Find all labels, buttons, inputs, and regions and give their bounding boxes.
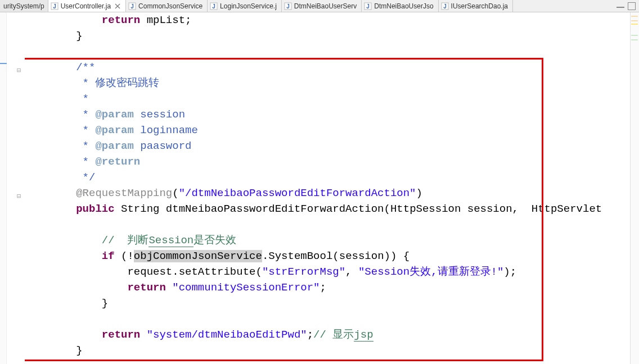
java-file-icon: J — [441, 2, 449, 10]
code-editor[interactable]: return mpList; } /** * 修改密码跳转 * * @param… — [25, 12, 639, 364]
tab-label: CommonJsonService — [138, 2, 202, 10]
minimize-view-icon[interactable] — [616, 4, 624, 8]
tab-usercontroller[interactable]: J UserController.ja — [48, 0, 126, 12]
fold-toggle-icon[interactable]: ⊟ — [17, 63, 21, 79]
breadcrumb-fragment[interactable]: uritySystem/p — [0, 0, 48, 12]
tab-iusersearchdao[interactable]: J IUserSearchDao.ja — [439, 0, 513, 12]
tab-label: UserController.ja — [61, 2, 111, 10]
svg-text:J: J — [366, 3, 370, 10]
tab-dtmneibaouserjso[interactable]: J DtmNeiBaoUserJso — [362, 0, 438, 12]
close-icon[interactable] — [114, 3, 121, 10]
svg-text:J: J — [212, 3, 215, 10]
maximize-view-icon[interactable] — [628, 2, 636, 10]
fold-toggle-icon[interactable]: ⊟ — [17, 189, 21, 204]
tab-label: IUserSearchDao.ja — [451, 2, 508, 10]
tab-loginjsonservice[interactable]: J LoginJsonService.j — [208, 0, 282, 12]
overview-ruler[interactable] — [630, 12, 639, 364]
svg-text:J: J — [53, 3, 56, 10]
svg-text:J: J — [130, 3, 134, 10]
tab-label: DtmNeiBaoUserServ — [294, 2, 357, 10]
java-file-icon: J — [51, 2, 58, 10]
java-file-icon: J — [364, 2, 372, 10]
java-file-icon: J — [128, 2, 136, 10]
code-content: return mpList; } /** * 修改密码跳转 * * @param… — [25, 12, 602, 358]
svg-text:J: J — [443, 3, 447, 10]
editor-gutter: ⊟ ⊟ — [0, 12, 25, 364]
java-file-icon: J — [284, 2, 292, 10]
view-controls — [613, 0, 639, 12]
java-file-icon: J — [210, 2, 218, 10]
tab-commonjsonservice[interactable]: J CommonJsonService — [126, 0, 208, 12]
tab-label: DtmNeiBaoUserJso — [374, 2, 433, 10]
svg-text:J: J — [286, 3, 290, 10]
editor-tabbar: uritySystem/p J UserController.ja J Comm… — [0, 0, 639, 12]
tab-dtmneibaouserserv[interactable]: J DtmNeiBaoUserServ — [282, 0, 362, 12]
tab-label: LoginJsonService.j — [220, 2, 277, 10]
